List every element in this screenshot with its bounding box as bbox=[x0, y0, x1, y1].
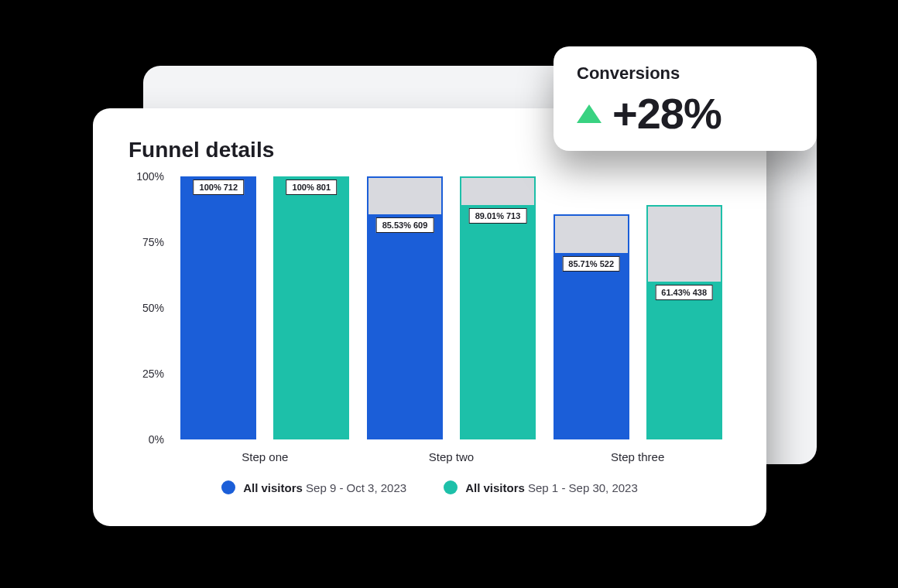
x-label: Step two bbox=[358, 450, 545, 463]
legend: All visitors Sep 9 - Oct 3, 2023 All vis… bbox=[129, 480, 731, 494]
bar-fill bbox=[554, 253, 629, 439]
legend-item-series-a: All visitors Sep 9 - Oct 3, 2023 bbox=[221, 480, 406, 494]
legend-swatch-icon bbox=[221, 480, 235, 494]
legend-name: All visitors bbox=[243, 481, 303, 494]
y-tick: 75% bbox=[142, 236, 164, 248]
bar-fill bbox=[646, 282, 722, 439]
bar-data-label: 61.43% 438 bbox=[655, 285, 713, 300]
conversions-badge: Conversions +28% bbox=[554, 46, 817, 151]
bar-data-label: 100% 801 bbox=[286, 179, 338, 195]
badge-value: +28% bbox=[612, 88, 721, 138]
bar: 89.01% 713 bbox=[460, 176, 536, 439]
legend-range: Sep 1 - Sep 30, 2023 bbox=[528, 481, 638, 494]
bar-fill bbox=[273, 176, 349, 439]
x-label: Step three bbox=[544, 450, 731, 463]
bar: 61.43% 438 bbox=[646, 176, 722, 439]
y-tick: 50% bbox=[142, 302, 164, 314]
bar-fill bbox=[367, 214, 443, 439]
y-tick: 100% bbox=[136, 170, 164, 183]
plot-area: 100% 712100% 80185.53% 60989.01% 71385.7… bbox=[172, 176, 731, 439]
bar: 85.71% 522 bbox=[554, 176, 629, 439]
y-tick: 25% bbox=[142, 368, 164, 380]
bar: 85.53% 609 bbox=[367, 176, 443, 439]
bar-group: 85.71% 52261.43% 438 bbox=[554, 176, 722, 439]
bar-group: 85.53% 60989.01% 713 bbox=[367, 176, 536, 439]
legend-item-series-b: All visitors Sep 1 - Sep 30, 2023 bbox=[444, 480, 638, 494]
bar-fill bbox=[180, 176, 256, 439]
bar-data-label: 89.01% 713 bbox=[469, 208, 527, 224]
bar-group: 100% 712100% 801 bbox=[180, 176, 349, 439]
bar-data-label: 85.71% 522 bbox=[562, 256, 620, 272]
bar-data-label: 85.53% 609 bbox=[376, 217, 434, 233]
funnel-card: Funnel details 100%75%50%25%0% 100% 7121… bbox=[93, 108, 766, 526]
legend-range: Sep 9 - Oct 3, 2023 bbox=[306, 481, 406, 494]
x-label: Step one bbox=[172, 450, 358, 463]
bar-fill bbox=[460, 205, 536, 439]
badge-title: Conversions bbox=[577, 63, 793, 84]
y-axis: 100%75%50%25%0% bbox=[129, 176, 172, 439]
bar: 100% 712 bbox=[180, 176, 256, 439]
legend-name: All visitors bbox=[465, 481, 525, 494]
y-tick: 0% bbox=[149, 433, 164, 446]
legend-swatch-icon bbox=[444, 480, 458, 494]
funnel-chart: 100%75%50%25%0% 100% 712100% 80185.53% 6… bbox=[129, 176, 731, 439]
x-axis: Step oneStep twoStep three bbox=[172, 450, 731, 463]
trend-up-icon bbox=[577, 104, 602, 123]
bar-data-label: 100% 712 bbox=[194, 179, 245, 195]
bar: 100% 801 bbox=[273, 176, 349, 439]
